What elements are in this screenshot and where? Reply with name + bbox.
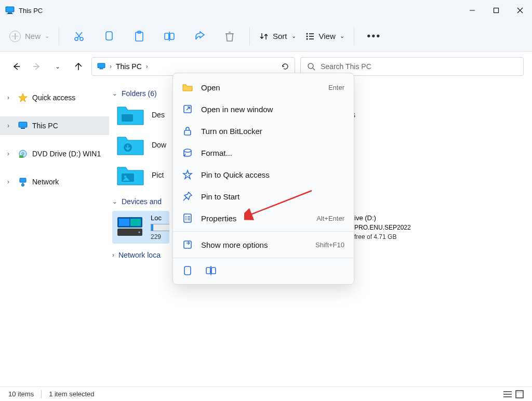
context-menu-pin-start[interactable]: Pin to Start bbox=[173, 185, 354, 207]
device-tile-dvd-drive[interactable]: ive (D:) PRO.ENU.SEP2022 free of 4.71 GB bbox=[351, 211, 497, 244]
new-button-label: New bbox=[25, 32, 41, 41]
status-item-count: 10 items bbox=[8, 390, 34, 398]
expand-icon[interactable]: › bbox=[7, 94, 14, 101]
expand-icon[interactable]: › bbox=[7, 178, 14, 185]
status-bar: 10 items 1 item selected bbox=[0, 386, 532, 401]
expand-icon[interactable]: › bbox=[112, 251, 114, 259]
svg-point-28 bbox=[308, 63, 313, 69]
lock-icon bbox=[182, 126, 193, 136]
device-subtext: free of 4.71 GB bbox=[354, 233, 411, 240]
context-menu-label: Pin to Quick access bbox=[201, 170, 270, 179]
share-icon bbox=[194, 31, 205, 42]
context-menu-label: Open in new window bbox=[201, 105, 273, 114]
collapse-icon[interactable]: ⌄ bbox=[112, 198, 117, 205]
delete-button[interactable] bbox=[219, 26, 240, 47]
group-label: Folders (6) bbox=[122, 89, 157, 98]
forward-button[interactable] bbox=[29, 59, 45, 74]
group-label: Devices and bbox=[122, 197, 162, 206]
folder-label: Pict bbox=[152, 171, 164, 179]
scissors-icon bbox=[73, 31, 85, 42]
back-button[interactable] bbox=[8, 59, 24, 74]
sort-label: Sort bbox=[273, 32, 287, 41]
arrow-left-icon bbox=[11, 62, 21, 71]
separator bbox=[173, 258, 354, 258]
expand-icon[interactable]: › bbox=[7, 122, 14, 129]
up-button[interactable] bbox=[71, 59, 86, 74]
svg-point-36 bbox=[22, 184, 24, 186]
close-button[interactable] bbox=[508, 0, 532, 21]
context-menu-shortcut: Enter bbox=[328, 84, 344, 91]
separator bbox=[249, 28, 250, 45]
copy-button[interactable] bbox=[99, 26, 119, 47]
search-placeholder: Search This PC bbox=[321, 62, 371, 71]
ellipsis-icon: ••• bbox=[367, 30, 381, 42]
rename-button[interactable] bbox=[205, 265, 217, 277]
context-menu-open-new-window[interactable]: Open in new window bbox=[173, 98, 354, 120]
rename-button[interactable] bbox=[159, 26, 180, 47]
svg-rect-57 bbox=[184, 241, 191, 248]
title-bar: This PC bbox=[0, 0, 532, 21]
device-name: ive (D:) bbox=[354, 214, 411, 222]
device-tile-local-disk[interactable]: Loc 229 bbox=[112, 211, 169, 244]
sidebar-item-this-pc[interactable]: › This PC bbox=[0, 116, 109, 135]
svg-rect-34 bbox=[19, 155, 23, 158]
sort-icon bbox=[259, 32, 269, 41]
svg-rect-67 bbox=[516, 391, 523, 393]
context-menu-format[interactable]: Format... bbox=[173, 142, 354, 164]
svg-point-20 bbox=[306, 33, 308, 34]
svg-rect-26 bbox=[98, 63, 105, 68]
storage-bar bbox=[151, 224, 169, 231]
copy-button[interactable] bbox=[182, 265, 194, 277]
device-subtext: 229 bbox=[151, 233, 169, 240]
chevron-right-icon[interactable]: › bbox=[146, 63, 148, 70]
svg-point-22 bbox=[306, 38, 308, 39]
device-line2: PRO.ENU.SEP2022 bbox=[354, 224, 411, 231]
refresh-button[interactable] bbox=[281, 62, 289, 71]
sort-button[interactable]: Sort ⌄ bbox=[259, 32, 296, 41]
separator bbox=[59, 28, 59, 45]
context-menu-properties[interactable]: Properties Alt+Enter bbox=[173, 207, 354, 229]
svg-point-51 bbox=[185, 216, 187, 217]
paste-button[interactable] bbox=[129, 26, 150, 47]
context-menu-show-more[interactable]: Show more options Shift+F10 bbox=[173, 234, 354, 256]
svg-rect-0 bbox=[6, 7, 14, 12]
format-icon bbox=[182, 148, 193, 158]
svg-rect-43 bbox=[119, 219, 129, 226]
details-view-button[interactable] bbox=[503, 390, 512, 398]
svg-point-46 bbox=[139, 232, 140, 233]
svg-rect-1 bbox=[8, 12, 12, 14]
context-menu-pin-quick-access[interactable]: Pin to Quick access bbox=[173, 164, 354, 185]
device-name: Loc bbox=[151, 214, 169, 222]
context-menu-bitlocker[interactable]: Turn on BitLocker bbox=[173, 120, 354, 142]
sidebar-item-dvd-drive[interactable]: › DVD Drive (D:) WIN1 bbox=[0, 144, 109, 163]
new-button[interactable]: New ⌄ bbox=[9, 31, 49, 42]
disc-icon bbox=[18, 149, 28, 159]
star-icon bbox=[182, 169, 193, 180]
chevron-down-icon: ⌄ bbox=[55, 63, 60, 70]
chevron-right-icon[interactable]: › bbox=[110, 63, 112, 70]
more-button[interactable]: ••• bbox=[364, 26, 384, 47]
chevron-down-icon: ⌄ bbox=[45, 33, 49, 39]
breadcrumb[interactable]: This PC bbox=[116, 62, 142, 71]
sidebar-item-network[interactable]: › Network bbox=[0, 172, 109, 191]
maximize-button[interactable] bbox=[484, 0, 508, 21]
file-explorer-window: This PC New ⌄ bbox=[0, 0, 532, 401]
expand-icon[interactable]: › bbox=[7, 150, 14, 157]
thumbnails-view-button[interactable] bbox=[515, 390, 524, 398]
context-menu: Open Enter Open in new window Turn on Bi… bbox=[172, 73, 354, 285]
collapse-icon[interactable]: ⌄ bbox=[112, 90, 117, 97]
svg-rect-31 bbox=[21, 128, 25, 129]
status-selected-count: 1 item selected bbox=[49, 390, 94, 398]
sidebar-item-label: DVD Drive (D:) WIN1 bbox=[32, 150, 101, 158]
cut-button[interactable] bbox=[69, 26, 89, 47]
share-button[interactable] bbox=[189, 26, 210, 47]
folder-icon bbox=[116, 163, 144, 187]
minimize-button[interactable] bbox=[460, 0, 484, 21]
sidebar-item-label: Network bbox=[32, 178, 59, 186]
context-menu-open[interactable]: Open Enter bbox=[173, 76, 354, 98]
arrow-right-icon bbox=[32, 62, 42, 71]
sidebar-item-quick-access[interactable]: › Quick access bbox=[0, 88, 109, 107]
refresh-icon bbox=[281, 62, 289, 71]
recent-locations-button[interactable]: ⌄ bbox=[50, 59, 65, 74]
view-button[interactable]: View ⌄ bbox=[305, 32, 344, 41]
